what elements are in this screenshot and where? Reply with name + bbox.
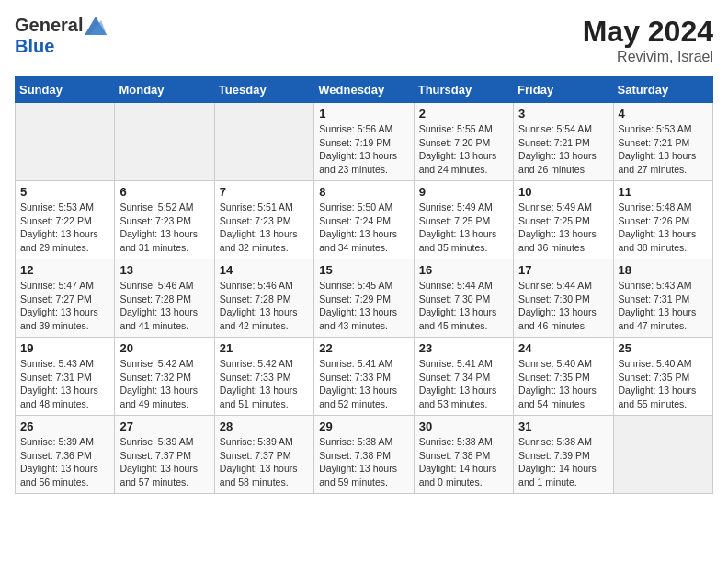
calendar-day-cell: 18Sunrise: 5:43 AMSunset: 7:31 PMDayligh… [613, 259, 712, 338]
day-number: 23 [419, 341, 508, 355]
day-number: 21 [220, 341, 309, 355]
calendar-table: SundayMondayTuesdayWednesdayThursdayFrid… [15, 76, 713, 494]
day-info: Sunrise: 5:38 AMSunset: 7:39 PMDaylight:… [518, 435, 608, 489]
day-info: Sunrise: 5:40 AMSunset: 7:35 PMDaylight:… [518, 357, 608, 411]
day-info: Sunrise: 5:53 AMSunset: 7:22 PMDaylight:… [20, 201, 109, 255]
calendar-week-row: 19Sunrise: 5:43 AMSunset: 7:31 PMDayligh… [16, 338, 713, 416]
calendar-day-cell [16, 103, 115, 181]
day-info: Sunrise: 5:49 AMSunset: 7:25 PMDaylight:… [419, 201, 508, 255]
calendar-day-cell: 7Sunrise: 5:51 AMSunset: 7:23 PMDaylight… [214, 181, 313, 259]
calendar-day-cell: 1Sunrise: 5:56 AMSunset: 7:19 PMDaylight… [314, 103, 414, 181]
day-number: 27 [119, 419, 209, 433]
calendar-day-cell: 20Sunrise: 5:42 AMSunset: 7:32 PMDayligh… [115, 338, 214, 416]
title-block: May 2024 Revivim, Israel [583, 15, 713, 65]
calendar-day-cell [115, 103, 214, 181]
calendar-week-row: 12Sunrise: 5:47 AMSunset: 7:27 PMDayligh… [16, 259, 713, 338]
calendar-day-cell: 26Sunrise: 5:39 AMSunset: 7:36 PMDayligh… [16, 416, 115, 494]
calendar-day-cell [613, 416, 712, 494]
day-number: 16 [419, 263, 508, 277]
calendar-day-cell: 22Sunrise: 5:41 AMSunset: 7:33 PMDayligh… [314, 338, 414, 416]
day-info: Sunrise: 5:45 AMSunset: 7:29 PMDaylight:… [319, 279, 408, 333]
calendar-day-cell: 3Sunrise: 5:54 AMSunset: 7:21 PMDaylight… [514, 103, 613, 181]
day-info: Sunrise: 5:40 AMSunset: 7:35 PMDaylight:… [619, 357, 708, 411]
day-info: Sunrise: 5:41 AMSunset: 7:34 PMDaylight:… [419, 357, 508, 411]
calendar-day-cell: 25Sunrise: 5:40 AMSunset: 7:35 PMDayligh… [613, 338, 712, 416]
day-number: 20 [119, 341, 209, 355]
day-number: 3 [518, 107, 608, 121]
calendar-day-cell: 30Sunrise: 5:38 AMSunset: 7:38 PMDayligh… [414, 416, 513, 494]
weekday-header: Tuesday [214, 77, 313, 103]
day-info: Sunrise: 5:48 AMSunset: 7:26 PMDaylight:… [619, 201, 708, 255]
day-info: Sunrise: 5:46 AMSunset: 7:28 PMDaylight:… [119, 279, 209, 333]
day-number: 9 [419, 185, 508, 199]
day-number: 10 [518, 185, 608, 199]
logo-icon [85, 17, 107, 35]
day-info: Sunrise: 5:55 AMSunset: 7:20 PMDaylight:… [419, 122, 508, 177]
calendar-day-cell: 5Sunrise: 5:53 AMSunset: 7:22 PMDaylight… [16, 181, 115, 259]
calendar-day-cell [214, 103, 313, 181]
calendar-day-cell: 23Sunrise: 5:41 AMSunset: 7:34 PMDayligh… [414, 338, 513, 416]
calendar-day-cell: 28Sunrise: 5:39 AMSunset: 7:37 PMDayligh… [214, 416, 313, 494]
day-info: Sunrise: 5:39 AMSunset: 7:37 PMDaylight:… [119, 435, 209, 489]
day-number: 17 [518, 263, 608, 277]
day-info: Sunrise: 5:51 AMSunset: 7:23 PMDaylight:… [220, 201, 309, 255]
calendar-week-row: 26Sunrise: 5:39 AMSunset: 7:36 PMDayligh… [16, 416, 713, 494]
day-number: 7 [220, 185, 309, 199]
day-number: 12 [20, 263, 109, 277]
calendar-day-cell: 24Sunrise: 5:40 AMSunset: 7:35 PMDayligh… [514, 338, 613, 416]
location: Revivim, Israel [583, 49, 713, 65]
day-number: 14 [220, 263, 309, 277]
calendar-day-cell: 4Sunrise: 5:53 AMSunset: 7:21 PMDaylight… [613, 103, 712, 181]
day-number: 28 [220, 419, 309, 433]
day-info: Sunrise: 5:56 AMSunset: 7:19 PMDaylight:… [319, 122, 408, 177]
calendar-day-cell: 15Sunrise: 5:45 AMSunset: 7:29 PMDayligh… [314, 259, 414, 338]
day-info: Sunrise: 5:43 AMSunset: 7:31 PMDaylight:… [619, 279, 708, 333]
day-number: 29 [319, 419, 408, 433]
day-number: 5 [20, 185, 109, 199]
calendar-week-row: 5Sunrise: 5:53 AMSunset: 7:22 PMDaylight… [16, 181, 713, 259]
weekday-header: Saturday [613, 77, 712, 103]
calendar-day-cell: 2Sunrise: 5:55 AMSunset: 7:20 PMDaylight… [414, 103, 513, 181]
day-info: Sunrise: 5:42 AMSunset: 7:32 PMDaylight:… [119, 357, 209, 411]
calendar-day-cell: 12Sunrise: 5:47 AMSunset: 7:27 PMDayligh… [16, 259, 115, 338]
day-number: 24 [518, 341, 608, 355]
day-number: 31 [518, 419, 608, 433]
logo-blue-text: Blue [15, 36, 54, 56]
day-info: Sunrise: 5:46 AMSunset: 7:28 PMDaylight:… [220, 279, 309, 333]
calendar-day-cell: 6Sunrise: 5:52 AMSunset: 7:23 PMDaylight… [115, 181, 214, 259]
calendar-day-cell: 13Sunrise: 5:46 AMSunset: 7:28 PMDayligh… [115, 259, 214, 338]
day-info: Sunrise: 5:38 AMSunset: 7:38 PMDaylight:… [319, 435, 408, 489]
day-number: 11 [619, 185, 708, 199]
day-number: 1 [319, 107, 408, 121]
calendar-day-cell: 21Sunrise: 5:42 AMSunset: 7:33 PMDayligh… [214, 338, 313, 416]
logo-general-text: General [15, 15, 83, 36]
day-info: Sunrise: 5:43 AMSunset: 7:31 PMDaylight:… [20, 357, 109, 411]
calendar-day-cell: 16Sunrise: 5:44 AMSunset: 7:30 PMDayligh… [414, 259, 513, 338]
day-info: Sunrise: 5:52 AMSunset: 7:23 PMDaylight:… [119, 201, 209, 255]
day-number: 4 [619, 107, 708, 121]
day-info: Sunrise: 5:50 AMSunset: 7:24 PMDaylight:… [319, 201, 408, 255]
day-info: Sunrise: 5:53 AMSunset: 7:21 PMDaylight:… [619, 122, 708, 177]
day-info: Sunrise: 5:41 AMSunset: 7:33 PMDaylight:… [319, 357, 408, 411]
calendar-day-cell: 19Sunrise: 5:43 AMSunset: 7:31 PMDayligh… [16, 338, 115, 416]
day-info: Sunrise: 5:44 AMSunset: 7:30 PMDaylight:… [518, 279, 608, 333]
calendar-day-cell: 27Sunrise: 5:39 AMSunset: 7:37 PMDayligh… [115, 416, 214, 494]
calendar-day-cell: 14Sunrise: 5:46 AMSunset: 7:28 PMDayligh… [214, 259, 313, 338]
day-number: 15 [319, 263, 408, 277]
day-info: Sunrise: 5:39 AMSunset: 7:37 PMDaylight:… [220, 435, 309, 489]
logo: General Blue [15, 15, 107, 57]
weekday-header: Wednesday [314, 77, 414, 103]
weekday-header: Thursday [414, 77, 513, 103]
day-number: 25 [619, 341, 708, 355]
day-info: Sunrise: 5:39 AMSunset: 7:36 PMDaylight:… [20, 435, 109, 489]
day-number: 6 [119, 185, 209, 199]
day-number: 8 [319, 185, 408, 199]
page-header: General Blue May 2024 Revivim, Israel [15, 15, 713, 65]
day-number: 2 [419, 107, 508, 121]
day-number: 22 [319, 341, 408, 355]
calendar-day-cell: 31Sunrise: 5:38 AMSunset: 7:39 PMDayligh… [514, 416, 613, 494]
weekday-header: Monday [115, 77, 214, 103]
day-number: 18 [619, 263, 708, 277]
day-number: 30 [419, 419, 508, 433]
calendar-day-cell: 11Sunrise: 5:48 AMSunset: 7:26 PMDayligh… [613, 181, 712, 259]
